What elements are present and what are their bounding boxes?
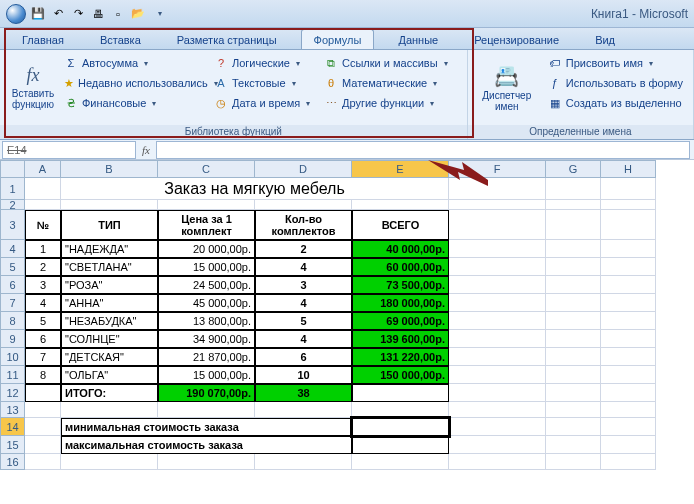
insert-function-button[interactable]: fx Вставить функцию (6, 54, 60, 121)
cell[interactable] (546, 418, 601, 436)
cell[interactable]: 4 (25, 294, 61, 312)
cell[interactable] (25, 384, 61, 402)
cell[interactable] (352, 418, 449, 436)
cell[interactable] (546, 276, 601, 294)
cell[interactable] (449, 240, 546, 258)
cell[interactable] (352, 200, 449, 210)
cell[interactable] (546, 178, 601, 200)
cell[interactable]: "НЕЗАБУДКА" (61, 312, 158, 330)
cell[interactable] (546, 210, 601, 240)
cell[interactable]: "АННА" (61, 294, 158, 312)
cell[interactable] (255, 200, 352, 210)
cell[interactable] (449, 210, 546, 240)
cell[interactable] (25, 200, 61, 210)
cell[interactable]: 24 500,00р. (158, 276, 255, 294)
row-10[interactable]: 10 (0, 348, 25, 366)
cell[interactable] (601, 200, 656, 210)
cell[interactable]: 73 500,00р. (352, 276, 449, 294)
cell[interactable] (546, 454, 601, 470)
cell[interactable]: Кол-во комплектов (255, 210, 352, 240)
cell[interactable]: 6 (255, 348, 352, 366)
row-16[interactable]: 16 (0, 454, 25, 470)
cell[interactable]: 3 (25, 276, 61, 294)
cell[interactable] (449, 366, 546, 384)
col-H[interactable]: H (601, 160, 656, 178)
print-icon[interactable]: 🖶 (90, 6, 106, 22)
cell[interactable] (601, 366, 656, 384)
col-E[interactable]: E (352, 160, 449, 178)
row-9[interactable]: 9 (0, 330, 25, 348)
cell[interactable]: 4 (255, 294, 352, 312)
cell[interactable] (449, 294, 546, 312)
row-7[interactable]: 7 (0, 294, 25, 312)
cell[interactable] (601, 330, 656, 348)
cell[interactable]: 4 (255, 258, 352, 276)
cell[interactable] (601, 418, 656, 436)
logical-button[interactable]: ?Логические▾ (210, 54, 320, 72)
cell[interactable] (25, 436, 61, 454)
col-G[interactable]: G (546, 160, 601, 178)
cell[interactable] (449, 258, 546, 276)
cell[interactable] (601, 312, 656, 330)
cell[interactable] (449, 384, 546, 402)
cell[interactable] (158, 402, 255, 418)
cell[interactable]: 7 (25, 348, 61, 366)
cell[interactable] (158, 200, 255, 210)
cell[interactable]: 3 (255, 276, 352, 294)
cell[interactable]: 21 870,00р. (158, 348, 255, 366)
cell[interactable]: 2 (255, 240, 352, 258)
cell[interactable] (449, 178, 546, 200)
fx-icon-bar[interactable]: fx (142, 144, 150, 156)
create-from-sel-button[interactable]: ▦Создать из выделенно (544, 94, 687, 112)
cell[interactable] (601, 384, 656, 402)
recent-button[interactable]: ★Недавно использовались▾ (60, 74, 210, 92)
tab-pagelayout[interactable]: Разметка страницы (165, 30, 289, 49)
tab-review[interactable]: Рецензирование (462, 30, 571, 49)
lookup-button[interactable]: ⧉Ссылки и массивы▾ (320, 54, 460, 72)
cell[interactable]: 40 000,00р. (352, 240, 449, 258)
cell[interactable] (449, 200, 546, 210)
cell[interactable]: "СОЛНЦЕ" (61, 330, 158, 348)
cell[interactable] (25, 178, 61, 200)
cell[interactable]: 38 (255, 384, 352, 402)
cell[interactable]: 2 (25, 258, 61, 276)
formula-input[interactable] (156, 141, 690, 159)
name-box[interactable]: E14 (2, 141, 136, 159)
cell[interactable] (546, 402, 601, 418)
cell[interactable]: 15 000,00р. (158, 258, 255, 276)
col-C[interactable]: C (158, 160, 255, 178)
use-in-formula-button[interactable]: ƒИспользовать в форму (544, 74, 687, 92)
cell[interactable] (449, 276, 546, 294)
more-fn-button[interactable]: ⋯Другие функции▾ (320, 94, 460, 112)
row-6[interactable]: 6 (0, 276, 25, 294)
math-button[interactable]: θМатематические▾ (320, 74, 460, 92)
cell[interactable] (546, 294, 601, 312)
cell[interactable] (601, 454, 656, 470)
financial-button[interactable]: ₴Финансовые▾ (60, 94, 210, 112)
row-15[interactable]: 15 (0, 436, 25, 454)
cell[interactable]: 180 000,00р. (352, 294, 449, 312)
autosum-button[interactable]: ΣАвтосумма▾ (60, 54, 210, 72)
cell[interactable]: 34 900,00р. (158, 330, 255, 348)
cell[interactable] (158, 454, 255, 470)
cell[interactable]: 1 (25, 240, 61, 258)
cell[interactable]: 45 000,00р. (158, 294, 255, 312)
cell[interactable] (546, 240, 601, 258)
cell[interactable]: "ДЕТСКАЯ" (61, 348, 158, 366)
cell[interactable]: 69 000,00р. (352, 312, 449, 330)
tab-insert[interactable]: Вставка (88, 30, 153, 49)
cell[interactable] (546, 258, 601, 276)
cell[interactable]: Цена за 1 комплект (158, 210, 255, 240)
cell[interactable] (449, 402, 546, 418)
cell[interactable] (546, 384, 601, 402)
cell[interactable] (601, 348, 656, 366)
cell[interactable]: 139 600,00р. (352, 330, 449, 348)
cell[interactable]: ИТОГО: (61, 384, 158, 402)
cell[interactable] (352, 436, 449, 454)
cell[interactable] (546, 330, 601, 348)
cell[interactable]: 6 (25, 330, 61, 348)
cell[interactable] (546, 366, 601, 384)
cell[interactable] (546, 348, 601, 366)
cell[interactable] (601, 240, 656, 258)
row-1[interactable]: 1 (0, 178, 25, 200)
